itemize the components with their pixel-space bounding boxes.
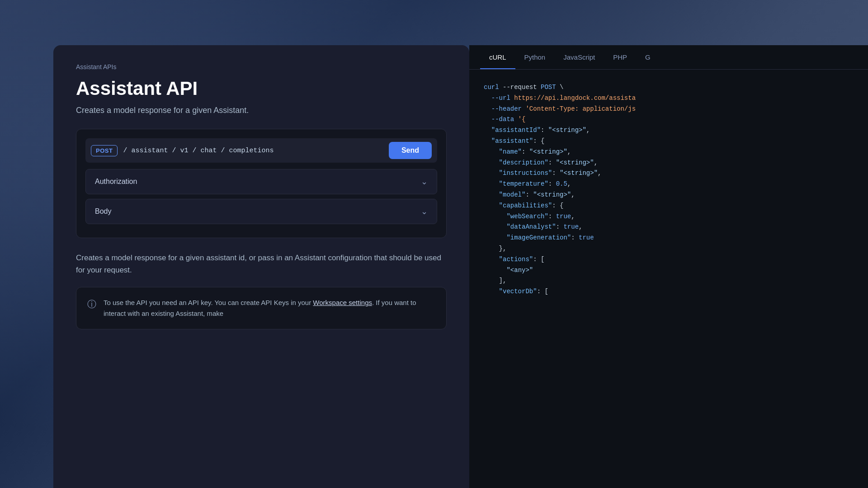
code-line: "model": "<string>", bbox=[484, 190, 854, 201]
workspace-settings-link[interactable]: Workspace settings bbox=[313, 299, 372, 306]
code-line: ], bbox=[484, 276, 854, 286]
info-text-content: To use the API you need an API key. You … bbox=[104, 297, 435, 319]
code-tab-php[interactable]: PHP bbox=[604, 45, 636, 69]
chevron-down-icon: ⌄ bbox=[421, 206, 428, 216]
info-icon: ⓘ bbox=[87, 298, 96, 310]
code-tabs: cURLPythonJavaScriptPHPG bbox=[469, 45, 868, 70]
page-title: Assistant API bbox=[76, 78, 447, 99]
chevron-down-icon: ⌄ bbox=[421, 177, 428, 187]
code-line: "capabilities": { bbox=[484, 201, 854, 211]
body-label: Body bbox=[95, 207, 111, 216]
code-line: curl --request POST \ bbox=[484, 82, 854, 93]
code-tab-curl[interactable]: cURL bbox=[480, 45, 515, 69]
code-line: --header 'Content-Type: application/js bbox=[484, 104, 854, 115]
code-tab-g[interactable]: G bbox=[636, 45, 660, 69]
code-line: "actions": [ bbox=[484, 254, 854, 265]
body-section[interactable]: Body ⌄ bbox=[85, 199, 437, 224]
code-line: "description": "<string>", bbox=[484, 158, 854, 169]
authorization-section[interactable]: Authorization ⌄ bbox=[85, 169, 437, 194]
code-line: "vectorDb": [ bbox=[484, 286, 854, 297]
code-line: "assistantId": "<string>", bbox=[484, 125, 854, 136]
code-line: "assistant": { bbox=[484, 136, 854, 147]
page-subtitle: Creates a model response for a given Ass… bbox=[76, 106, 447, 115]
api-form-box: POST / assistant / v1 / chat / completio… bbox=[76, 129, 447, 238]
method-badge: POST bbox=[91, 145, 118, 156]
code-line: "imageGeneration": true bbox=[484, 233, 854, 244]
code-panel: cURLPythonJavaScriptPHPG curl --request … bbox=[469, 45, 868, 488]
code-line: --url https://api.langdock.com/assista bbox=[484, 93, 854, 104]
code-line: --data '{ bbox=[484, 114, 854, 125]
send-button[interactable]: Send bbox=[389, 142, 432, 159]
code-tab-python[interactable]: Python bbox=[515, 45, 555, 69]
endpoint-row: POST / assistant / v1 / chat / completio… bbox=[85, 138, 437, 163]
main-container: Assistant APIs Assistant API Creates a m… bbox=[53, 45, 469, 488]
code-content: curl --request POST \ --url https://api.… bbox=[469, 70, 868, 486]
info-box: ⓘ To use the API you need an API key. Yo… bbox=[76, 287, 447, 329]
info-text-before: To use the API you need an API key. You … bbox=[104, 299, 313, 306]
code-line: "dataAnalyst": true, bbox=[484, 222, 854, 233]
code-line: "instructions": "<string>", bbox=[484, 168, 854, 179]
description-text: Creates a model response for a given ass… bbox=[76, 252, 447, 276]
code-line: }, bbox=[484, 244, 854, 254]
code-line: "<any>" bbox=[484, 265, 854, 276]
code-line: "temperature": 0.5, bbox=[484, 179, 854, 190]
authorization-label: Authorization bbox=[95, 178, 137, 186]
breadcrumb: Assistant APIs bbox=[76, 63, 447, 70]
code-tab-javascript[interactable]: JavaScript bbox=[554, 45, 604, 69]
code-line: "webSearch": true, bbox=[484, 211, 854, 222]
endpoint-path: / assistant / v1 / chat / completions bbox=[123, 147, 383, 155]
code-line: "name": "<string>", bbox=[484, 147, 854, 158]
